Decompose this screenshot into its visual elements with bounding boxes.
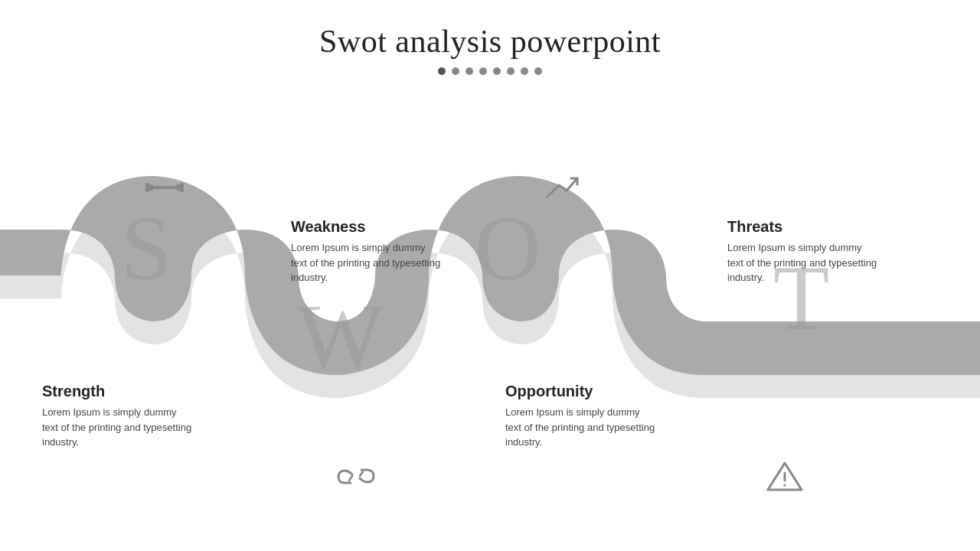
weakness-heading: Weakness [291,218,444,236]
letter-o: O [475,203,541,295]
dot-8[interactable] [534,67,542,75]
strength-block: Strength Lorem Ipsum is simply dummy tex… [42,383,195,450]
svg-rect-2 [153,186,176,189]
slide-title: Swot analysis powerpoint [0,0,980,60]
letter-w: W [297,291,384,383]
weakness-block: Weakness Lorem Ipsum is simply dummy tex… [291,218,444,285]
dot-6[interactable] [507,67,514,75]
svg-line-7 [360,471,363,476]
link-icon [337,459,375,500]
opportunity-heading: Opportunity [505,383,658,400]
trending-up-icon [544,172,582,209]
svg-point-10 [784,484,786,487]
dot-3[interactable] [466,67,473,75]
slide: Swot analysis powerpoint [0,0,980,551]
slide-dots[interactable] [0,67,980,75]
content-area: S W O T [0,84,980,536]
dot-4[interactable] [479,67,487,75]
letter-s: S [121,203,172,295]
svg-rect-4 [145,183,149,192]
opportunity-block: Opportunity Lorem Ipsum is simply dummy … [505,383,658,450]
threats-heading: Threats [727,218,880,236]
strength-heading: Strength [42,383,195,400]
weakness-body: Lorem Ipsum is simply dummy text of the … [291,240,444,285]
svg-rect-5 [180,183,184,192]
dot-5[interactable] [493,67,501,75]
warning-icon [766,459,804,500]
threats-block: Threats Lorem Ipsum is simply dummy text… [727,218,880,285]
svg-line-6 [349,476,352,481]
threats-body: Lorem Ipsum is simply dummy text of the … [727,240,880,285]
dot-2[interactable] [452,67,459,75]
opportunity-body: Lorem Ipsum is simply dummy text of the … [505,405,658,450]
strength-body: Lorem Ipsum is simply dummy text of the … [42,405,195,450]
dot-1[interactable] [438,67,446,75]
dot-7[interactable] [521,67,528,75]
dumbbell-icon [145,172,184,209]
